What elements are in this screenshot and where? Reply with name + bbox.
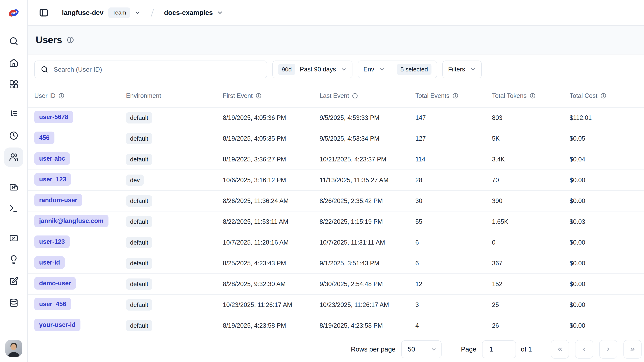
environment-badge: default [126, 258, 152, 269]
last-page-button[interactable] [624, 340, 642, 358]
column-header[interactable]: Total Events [415, 92, 492, 100]
dashboard-icon [9, 80, 18, 89]
user-id-badge[interactable]: demo-user [34, 277, 76, 289]
column-header[interactable]: User ID [34, 92, 126, 100]
column-header-label: Total Cost [570, 92, 598, 100]
environment-cell: default [126, 237, 223, 248]
page-number-input[interactable] [482, 340, 516, 358]
avatar-photo [5, 340, 22, 357]
org-switcher[interactable]: langfuse-dev Team [62, 8, 141, 18]
user-id-cell: user-123 [34, 235, 126, 250]
table-row[interactable]: user-5678 default 8/19/2025, 4:05:36 PM … [28, 108, 644, 128]
column-header[interactable]: First Event [223, 92, 320, 100]
environment-badge: default [126, 195, 152, 207]
first-event-cell: 8/25/2025, 4:23:43 PM [223, 260, 320, 267]
environment-cell: default [126, 278, 223, 290]
environment-cell: default [126, 195, 223, 207]
topbar: langfuse-dev Team docs-examples [28, 0, 644, 26]
user-id-badge[interactable]: jannik@langfuse.com [34, 215, 108, 227]
environment-cell: default [126, 299, 223, 310]
sidebar-item-prompts[interactable] [4, 177, 24, 197]
info-icon[interactable] [58, 93, 64, 99]
column-header-label: Total Events [415, 92, 450, 100]
user-id-badge[interactable]: user-id [34, 256, 65, 269]
sidebar-item-datasets[interactable] [4, 293, 24, 312]
info-icon[interactable] [600, 93, 606, 99]
sidebar-item-sessions[interactable] [4, 126, 24, 145]
environment-filter-button[interactable]: Env 5 selected [358, 61, 437, 78]
sidebar-item-annotation[interactable] [4, 272, 24, 291]
environment-badge: default [126, 112, 152, 124]
chevron-down-icon [134, 10, 141, 16]
info-icon[interactable] [256, 93, 262, 99]
info-icon[interactable] [352, 93, 358, 99]
sidebar-item-insights[interactable] [4, 250, 24, 269]
table-row[interactable]: user_123 dev 10/6/2025, 3:16:12 PM 11/13… [28, 170, 644, 191]
total-tokens-cell: 5K [492, 135, 570, 142]
table-header-row: User ID Environment First Event Last Eve… [28, 84, 644, 108]
first-event-cell: 8/19/2025, 4:05:36 PM [223, 114, 320, 122]
rows-per-page-select[interactable]: 50 [401, 340, 442, 358]
user-id-cell: your-user-id [34, 319, 126, 333]
filters-button[interactable]: Filters [442, 61, 482, 78]
sidebar-item-home[interactable] [4, 53, 24, 73]
first-event-cell: 8/26/2025, 11:36:24 AM [223, 197, 320, 205]
table-row[interactable]: user-123 default 10/7/2025, 11:28:16 AM … [28, 232, 644, 253]
sidebar-item-playground[interactable] [4, 199, 24, 218]
search-input[interactable] [53, 66, 261, 74]
table-row[interactable]: user-abc default 8/19/2025, 3:36:27 PM 1… [28, 149, 644, 170]
first-page-button[interactable] [551, 340, 569, 358]
table-row[interactable]: user-id default 8/25/2025, 4:23:43 PM 9/… [28, 253, 644, 274]
table-row[interactable]: demo-user default 8/28/2025, 9:32:30 AM … [28, 274, 644, 295]
column-header[interactable]: Last Event [320, 92, 415, 100]
user-id-badge[interactable]: your-user-id [34, 319, 80, 331]
table-row[interactable]: jannik@langfuse.com default 8/22/2025, 1… [28, 211, 644, 232]
project-switcher[interactable]: docs-examples [164, 9, 224, 17]
first-event-cell: 10/7/2025, 11:28:16 AM [223, 239, 320, 246]
table-row[interactable]: user_456 default 10/23/2025, 11:26:17 AM… [28, 295, 644, 315]
total-events-cell: 30 [415, 197, 492, 205]
search-icon [41, 66, 48, 73]
sidebar-toggle-button[interactable] [38, 7, 50, 18]
total-cost-cell: $0.00 [570, 239, 644, 246]
user-id-badge[interactable]: user_456 [34, 298, 71, 310]
column-header[interactable]: Environment [126, 92, 223, 100]
langfuse-logo[interactable] [8, 0, 19, 26]
table-row[interactable]: random-user default 8/26/2025, 11:36:24 … [28, 191, 644, 211]
next-page-button[interactable] [599, 340, 618, 358]
info-icon[interactable] [452, 93, 458, 99]
chevron-right-icon [605, 346, 612, 352]
table-row[interactable]: your-user-id default 8/19/2025, 4:23:58 … [28, 315, 644, 336]
sidebar-item-evaluation[interactable] [4, 228, 24, 248]
user-id-cell: demo-user [34, 277, 126, 291]
first-event-cell: 8/19/2025, 4:05:35 PM [223, 135, 320, 142]
total-tokens-cell: 70 [492, 177, 570, 184]
column-header[interactable]: Total Cost [570, 92, 644, 100]
table-row[interactable]: 456 default 8/19/2025, 4:05:35 PM 9/5/20… [28, 128, 644, 149]
user-id-badge[interactable]: random-user [34, 194, 82, 206]
user-id-badge[interactable]: user-123 [34, 235, 70, 248]
user-id-badge[interactable]: 456 [34, 132, 54, 144]
info-icon[interactable] [66, 36, 74, 44]
first-event-cell: 10/6/2025, 3:16:12 PM [223, 177, 320, 184]
sidebar-item-users[interactable] [4, 148, 24, 167]
breadcrumb-separator [149, 8, 156, 18]
previous-page-button[interactable] [575, 340, 593, 358]
date-range-button[interactable]: 90d Past 90 days [272, 61, 352, 78]
first-event-cell: 8/19/2025, 4:23:58 PM [223, 322, 320, 329]
user-id-badge[interactable]: user-5678 [34, 111, 73, 123]
column-header[interactable]: Total Tokens [492, 92, 570, 100]
user-id-badge[interactable]: user_123 [34, 173, 71, 186]
sidebar-item-search[interactable] [4, 32, 24, 51]
sidebar-item-dashboards[interactable] [4, 75, 24, 94]
user-id-badge[interactable]: user-abc [34, 152, 70, 165]
rows-per-page-value: 50 [408, 345, 415, 353]
page-total-label: of 1 [521, 345, 532, 353]
column-header-label: First Event [223, 92, 253, 100]
sidebar [0, 0, 28, 362]
last-event-cell: 10/7/2025, 11:31:11 AM [320, 239, 415, 246]
info-icon[interactable] [530, 93, 536, 99]
rows-per-page-label: Rows per page [351, 345, 396, 353]
user-avatar[interactable] [5, 340, 22, 357]
sidebar-item-tracing[interactable] [4, 104, 24, 124]
